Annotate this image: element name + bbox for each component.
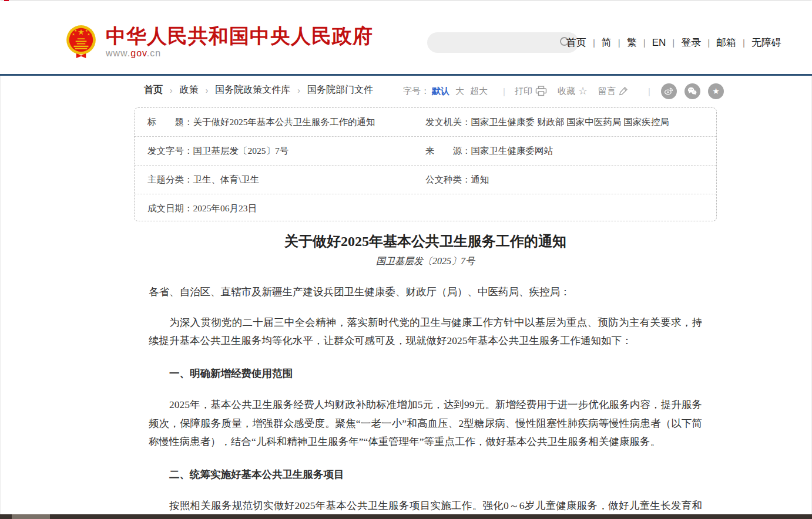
nav-separator: | bbox=[743, 38, 745, 48]
meta-number-value: 国卫基层发〔2025〕7号 bbox=[193, 145, 289, 157]
weibo-icon bbox=[663, 86, 674, 96]
meta-row-date: 成文日期： 2025年06月23日 bbox=[135, 194, 716, 223]
section-heading-1: 一、明确新增经费使用范围 bbox=[149, 365, 702, 383]
nav-separator: | bbox=[707, 38, 710, 48]
share-wechat-button[interactable] bbox=[685, 83, 700, 99]
nav-separator: | bbox=[593, 38, 595, 48]
chevron-right-icon: › bbox=[206, 86, 209, 95]
site-url: www.gov.cn bbox=[106, 48, 373, 59]
search-box[interactable] bbox=[427, 32, 579, 53]
favorite-button[interactable]: 收藏 ☆ bbox=[558, 86, 588, 97]
nav-simplified[interactable]: 简 bbox=[600, 36, 613, 49]
window-left-edge bbox=[0, 0, 1, 519]
horizontal-scrollbar[interactable] bbox=[0, 514, 812, 519]
favorite-label: 收藏 bbox=[558, 86, 575, 97]
wechat-icon bbox=[687, 86, 697, 96]
breadcrumb-home[interactable]: 首页 bbox=[144, 84, 163, 96]
meta-date-cell: 成文日期： 2025年06月23日 bbox=[147, 203, 425, 215]
share-group: ★ bbox=[661, 83, 724, 99]
nav-home[interactable]: 首页 bbox=[565, 36, 588, 49]
pencil-icon bbox=[619, 86, 628, 96]
star-solid-icon: ★ bbox=[712, 87, 720, 95]
meta-category-cell: 主题分类： 卫生、体育\卫生 bbox=[147, 174, 425, 186]
font-size-xlarge-button[interactable]: 超大 bbox=[470, 86, 488, 97]
meta-number-label: 发文字号： bbox=[147, 145, 193, 157]
nav-separator: | bbox=[643, 38, 646, 48]
font-size-default-button[interactable]: 默认 bbox=[432, 86, 449, 97]
nav-english[interactable]: EN bbox=[651, 37, 667, 49]
font-size-label: 字号： bbox=[403, 86, 430, 97]
document-number: 国卫基层发〔2025〕7号 bbox=[134, 255, 717, 268]
meta-type-cell: 公文种类： 通知 bbox=[425, 174, 716, 186]
print-label: 打印 bbox=[515, 86, 532, 97]
meta-category-label: 主题分类： bbox=[147, 174, 193, 186]
meta-date-value: 2025年06月23日 bbox=[193, 203, 257, 215]
breadcrumb-section[interactable]: 国务院部门文件 bbox=[307, 84, 373, 96]
site-url-gov: gov bbox=[130, 48, 147, 58]
site-logo[interactable]: 中华人民共和国中央人民政府 www.gov.cn bbox=[66, 25, 373, 59]
toolbar-divider: | bbox=[503, 86, 505, 96]
site-title: 中华人民共和国中央人民政府 bbox=[106, 25, 373, 46]
page-toolbar: 字号： 默认 大 超大 | 打印 收藏 ☆ 留言 | bbox=[403, 83, 724, 99]
document-title: 关于做好2025年基本公共卫生服务工作的通知 bbox=[134, 232, 717, 250]
nav-separator: | bbox=[672, 38, 675, 48]
meta-title-label: 标 题： bbox=[147, 116, 193, 129]
print-button[interactable]: 打印 bbox=[515, 86, 547, 97]
meta-date-label: 成文日期： bbox=[147, 203, 193, 215]
section-1-paragraph: 2025年，基本公共卫生服务经费人均财政补助标准增加5元，达到99元。新增经费用… bbox=[149, 396, 702, 451]
breadcrumb-policy[interactable]: 政策 bbox=[180, 84, 199, 96]
breadcrumb-library[interactable]: 国务院政策文件库 bbox=[215, 84, 290, 96]
meta-source-value: 国家卫生健康委网站 bbox=[471, 145, 553, 157]
star-outline-icon: ☆ bbox=[578, 86, 588, 96]
top-nav: 首页| 简| 繁| EN| 登录| 邮箱| 无障碍 bbox=[565, 36, 783, 49]
intro-paragraph: 为深入贯彻党的二十届三中全会精神，落实新时代党的卫生与健康工作方针中以基层为重点… bbox=[149, 314, 702, 351]
meta-row-category-type: 主题分类： 卫生、体育\卫生 公文种类： 通知 bbox=[135, 166, 716, 194]
chevron-right-icon: › bbox=[297, 86, 300, 95]
nav-login[interactable]: 登录 bbox=[680, 36, 702, 49]
document-body: 各省、自治区、直辖市及新疆生产建设兵团卫生健康委、财政厅（局）、中医药局、疾控局… bbox=[149, 283, 702, 519]
meta-category-value: 卫生、体育\卫生 bbox=[193, 174, 260, 186]
national-emblem-icon bbox=[66, 25, 96, 59]
site-url-www: www. bbox=[106, 48, 130, 58]
meta-type-label: 公文种类： bbox=[425, 174, 471, 186]
meta-type-value: 通知 bbox=[471, 174, 489, 186]
breadcrumb: 首页 › 政策 › 国务院政策文件库 › 国务院部门文件 bbox=[144, 84, 373, 96]
nav-mail[interactable]: 邮箱 bbox=[715, 36, 737, 49]
site-url-cn: .cn bbox=[147, 48, 161, 58]
document-content: 关于做好2025年基本公共卫生服务工作的通知 国卫基层发〔2025〕7号 各省、… bbox=[134, 232, 717, 519]
comment-button[interactable]: 留言 bbox=[598, 86, 628, 97]
section-heading-2: 二、统筹实施好基本公共卫生服务项目 bbox=[149, 466, 702, 484]
toolbar-divider: | bbox=[648, 86, 650, 96]
nav-accessibility[interactable]: 无障碍 bbox=[750, 36, 783, 49]
meta-row-number-source: 发文字号： 国卫基层发〔2025〕7号 来 源： 国家卫生健康委网站 bbox=[135, 137, 716, 166]
meta-agency-label: 发文机关： bbox=[425, 116, 471, 129]
nav-traditional[interactable]: 繁 bbox=[626, 36, 638, 49]
meta-source-label: 来 源： bbox=[425, 145, 471, 157]
search-input[interactable] bbox=[437, 35, 556, 50]
font-size-large-button[interactable]: 大 bbox=[455, 86, 464, 97]
meta-agency-cell: 发文机关： 国家卫生健康委 财政部 国家中医药局 国家疾控局 bbox=[425, 116, 716, 129]
meta-source-cell: 来 源： 国家卫生健康委网站 bbox=[425, 145, 716, 157]
meta-number-cell: 发文字号： 国卫基层发〔2025〕7号 bbox=[147, 145, 425, 157]
meta-title-value: 关于做好2025年基本公共卫生服务工作的通知 bbox=[193, 116, 375, 129]
share-qzone-button[interactable]: ★ bbox=[708, 83, 724, 99]
chevron-right-icon: › bbox=[170, 86, 173, 95]
scrollbar-thumb[interactable] bbox=[12, 514, 50, 519]
meta-row-title-agency: 标 题： 关于做好2025年基本公共卫生服务工作的通知 发文机关： 国家卫生健康… bbox=[135, 108, 716, 137]
site-header: 中华人民共和国中央人民政府 www.gov.cn 首页| 简| 繁| EN| 登… bbox=[0, 1, 812, 76]
nav-separator: | bbox=[618, 38, 620, 48]
printer-icon bbox=[535, 86, 547, 96]
share-weibo-button[interactable] bbox=[661, 83, 677, 99]
meta-agency-value: 国家卫生健康委 财政部 国家中医药局 国家疾控局 bbox=[471, 116, 669, 129]
salutation-paragraph: 各省、自治区、直辖市及新疆生产建设兵团卫生健康委、财政厅（局）、中医药局、疾控局… bbox=[149, 283, 702, 302]
meta-title-cell: 标 题： 关于做好2025年基本公共卫生服务工作的通知 bbox=[147, 116, 425, 129]
document-meta-table: 标 题： 关于做好2025年基本公共卫生服务工作的通知 发文机关： 国家卫生健康… bbox=[134, 107, 717, 221]
comment-label: 留言 bbox=[598, 86, 616, 97]
